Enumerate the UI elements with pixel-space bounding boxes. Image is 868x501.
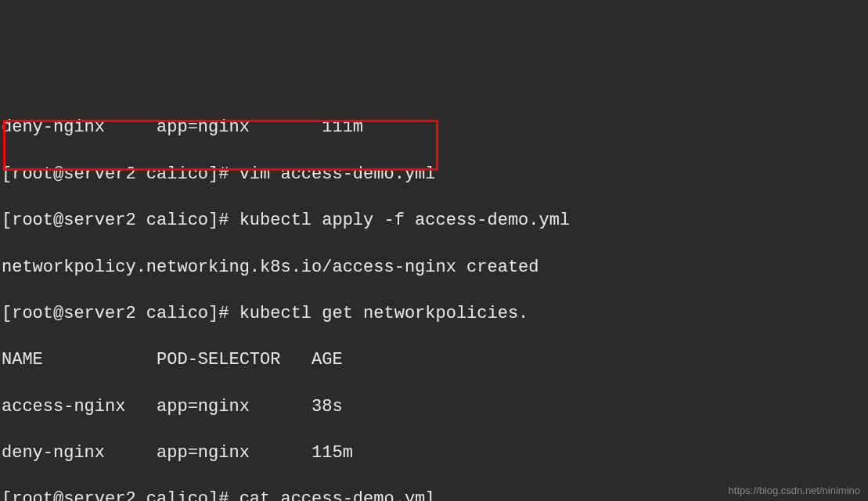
terminal-line: deny-nginx app=nginx 115m xyxy=(2,442,866,465)
terminal-line: [root@server2 calico]# kubectl apply -f … xyxy=(2,209,866,232)
terminal-line: deny-nginx app=nginx 111m xyxy=(2,116,866,139)
terminal-line: [root@server2 calico]# vim access-demo.y… xyxy=(2,163,866,186)
terminal-output[interactable]: deny-nginx app=nginx 111m [root@server2 … xyxy=(0,93,868,501)
terminal-line: [root@server2 calico]# kubectl get netwo… xyxy=(2,302,866,326)
terminal-line: access-nginx app=nginx 38s xyxy=(2,395,866,419)
terminal-line: networkpolicy.networking.k8s.io/access-n… xyxy=(2,256,866,279)
terminal-line: NAME POD-SELECTOR AGE xyxy=(2,348,866,372)
watermark-text: https://blog.csdn.net/ninimino xyxy=(729,484,860,498)
